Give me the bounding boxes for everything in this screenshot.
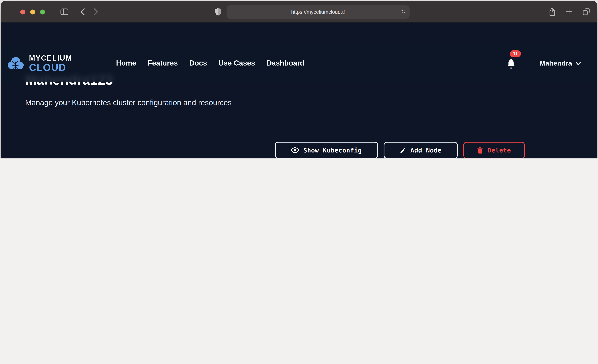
page-subtitle: Manage your Kubernetes cluster configura… (25, 98, 232, 107)
eye-icon (291, 147, 299, 153)
add-node-label: Add Node (410, 147, 442, 154)
nav-link-docs[interactable]: Docs (189, 59, 207, 67)
user-name: Mahendra (540, 59, 572, 67)
new-tab-icon[interactable] (566, 8, 573, 15)
sidebar-toggle-icon[interactable] (60, 8, 69, 15)
delete-label: Delete (488, 147, 511, 154)
bell-icon (506, 58, 516, 68)
minimize-window-button[interactable] (30, 9, 35, 14)
url-text: https://myceliumcloud.tf (291, 9, 345, 15)
nav-link-use-cases[interactable]: Use Cases (218, 59, 255, 67)
reload-icon[interactable]: ↻ (401, 8, 406, 15)
back-icon[interactable] (80, 8, 85, 16)
notification-count-badge: 11 (510, 50, 521, 57)
share-icon[interactable] (549, 8, 556, 16)
nav-link-features[interactable]: Features (148, 59, 178, 67)
chevron-down-icon (575, 62, 581, 65)
mycelium-cloud-logo[interactable]: MYCELIUM CLOUD (6, 54, 72, 72)
nav-links: Home Features Docs Use Cases Dashboard (116, 59, 304, 67)
logo-line1: MYCELIUM (29, 54, 72, 62)
site-navbar: MYCELIUM CLOUD Home Features Docs Use Ca… (1, 44, 597, 83)
delete-cluster-button[interactable]: Delete (463, 142, 525, 158)
add-node-button[interactable]: Add Node (384, 142, 458, 158)
cloud-logo-icon (6, 56, 25, 71)
browser-window: https://myceliumcloud.tf ↻ (1, 1, 597, 158)
page-content: Mahendra123 Manage your Kubernetes clust… (1, 23, 597, 158)
zoom-window-button[interactable] (40, 9, 45, 14)
user-menu[interactable]: Mahendra (540, 59, 581, 67)
logo-line2: CLOUD (29, 62, 72, 72)
notifications-button[interactable]: 11 (506, 58, 516, 68)
cluster-actions: Show Kubeconfig Add Node Delete (275, 142, 525, 158)
show-kubeconfig-button[interactable]: Show Kubeconfig (275, 142, 378, 158)
address-bar[interactable]: https://myceliumcloud.tf ↻ (226, 5, 410, 18)
nav-link-home[interactable]: Home (116, 59, 136, 67)
pencil-icon (400, 147, 406, 153)
tab-overview-icon[interactable] (582, 8, 590, 16)
screenshot-stage: https://myceliumcloud.tf ↻ (0, 0, 598, 158)
browser-toolbar: https://myceliumcloud.tf ↻ (1, 1, 597, 23)
close-window-button[interactable] (20, 9, 25, 14)
show-kubeconfig-label: Show Kubeconfig (303, 147, 362, 154)
traffic-lights (20, 9, 45, 14)
privacy-shield-icon[interactable] (215, 8, 221, 16)
forward-icon[interactable] (93, 8, 99, 16)
trash-icon (477, 147, 483, 154)
nav-link-dashboard[interactable]: Dashboard (266, 59, 304, 67)
